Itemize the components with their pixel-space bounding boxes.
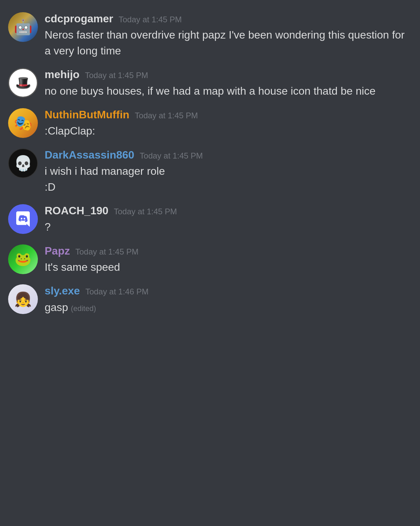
message-text: Neros faster than overdrive right papz I… bbox=[45, 27, 412, 58]
username[interactable]: ROACH_190 bbox=[45, 204, 109, 217]
message-text: gasp(edited) bbox=[45, 300, 412, 315]
avatar bbox=[8, 148, 38, 178]
username[interactable]: Papz bbox=[45, 244, 70, 257]
avatar bbox=[8, 68, 38, 98]
message-row: DarkAssassin860 Today at 1:45 PM i wish … bbox=[0, 143, 420, 196]
message-content: sly.exe Today at 1:46 PM gasp(edited) bbox=[45, 284, 412, 315]
username[interactable]: sly.exe bbox=[45, 284, 80, 297]
timestamp: Today at 1:45 PM bbox=[140, 151, 203, 161]
timestamp: Today at 1:45 PM bbox=[85, 71, 148, 80]
message-body: gasp bbox=[45, 301, 68, 313]
message-row: NuthinButMuffin Today at 1:45 PM :ClapCl… bbox=[0, 103, 420, 140]
username[interactable]: mehijo bbox=[45, 68, 79, 81]
message-text: It's same speed bbox=[45, 259, 412, 275]
message-header: NuthinButMuffin Today at 1:45 PM bbox=[45, 108, 412, 121]
timestamp: Today at 1:45 PM bbox=[119, 15, 182, 24]
timestamp: Today at 1:46 PM bbox=[85, 287, 148, 296]
message-list: cdcprogamer Today at 1:45 PM Neros faste… bbox=[0, 7, 420, 316]
message-text: i wish i had manager role:D bbox=[45, 163, 412, 195]
avatar bbox=[8, 284, 38, 314]
message-text: :ClapClap: bbox=[45, 123, 412, 139]
message-content: NuthinButMuffin Today at 1:45 PM :ClapCl… bbox=[45, 108, 412, 139]
message-text: no one buys houses, if we had a map with… bbox=[45, 83, 412, 99]
message-row: Papz Today at 1:45 PM It's same speed bbox=[0, 239, 420, 277]
timestamp: Today at 1:45 PM bbox=[75, 247, 139, 257]
timestamp: Today at 1:45 PM bbox=[114, 207, 177, 216]
message-header: mehijo Today at 1:45 PM bbox=[45, 68, 412, 81]
timestamp: Today at 1:45 PM bbox=[135, 111, 198, 120]
avatar bbox=[8, 244, 38, 274]
edited-tag: (edited) bbox=[71, 304, 96, 313]
avatar bbox=[8, 108, 38, 138]
message-content: Papz Today at 1:45 PM It's same speed bbox=[45, 244, 412, 275]
username[interactable]: NuthinButMuffin bbox=[45, 108, 130, 121]
message-header: cdcprogamer Today at 1:45 PM bbox=[45, 12, 412, 25]
message-content: DarkAssassin860 Today at 1:45 PM i wish … bbox=[45, 148, 412, 195]
message-row: sly.exe Today at 1:46 PM gasp(edited) bbox=[0, 279, 420, 316]
avatar bbox=[8, 204, 38, 234]
message-header: Papz Today at 1:45 PM bbox=[45, 244, 412, 257]
message-content: cdcprogamer Today at 1:45 PM Neros faste… bbox=[45, 12, 412, 58]
message-row: mehijo Today at 1:45 PM no one buys hous… bbox=[0, 63, 420, 100]
avatar bbox=[8, 12, 38, 42]
message-header: DarkAssassin860 Today at 1:45 PM bbox=[45, 148, 412, 161]
username[interactable]: cdcprogamer bbox=[45, 12, 113, 25]
message-content: mehijo Today at 1:45 PM no one buys hous… bbox=[45, 68, 412, 99]
message-row: ROACH_190 Today at 1:45 PM ? bbox=[0, 199, 420, 236]
message-content: ROACH_190 Today at 1:45 PM ? bbox=[45, 204, 412, 235]
message-text: ? bbox=[45, 219, 412, 235]
username[interactable]: DarkAssassin860 bbox=[45, 148, 134, 161]
message-row: cdcprogamer Today at 1:45 PM Neros faste… bbox=[0, 7, 420, 60]
message-header: sly.exe Today at 1:46 PM bbox=[45, 284, 412, 297]
message-header: ROACH_190 Today at 1:45 PM bbox=[45, 204, 412, 217]
